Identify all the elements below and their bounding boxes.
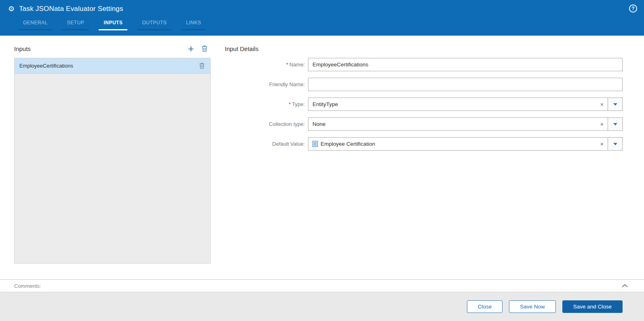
name-label-wrap: *Name: <box>225 62 308 68</box>
default-value-dropdown-button[interactable] <box>608 138 622 150</box>
required-marker: * <box>286 62 288 68</box>
type-combo-value[interactable]: EntityType <box>308 101 596 107</box>
input-details-title: Input Details <box>225 42 623 55</box>
default-value-text: Employee Certification <box>321 141 375 147</box>
collection-type-label-wrap: Collection type: <box>225 121 308 127</box>
collection-type-label: Collection type: <box>269 121 305 127</box>
chevron-down-icon <box>613 103 617 106</box>
default-value-combo-value[interactable]: Employee Certification <box>308 141 596 147</box>
collapse-comments-button[interactable] <box>622 284 628 287</box>
inputs-list[interactable]: EmployeeCertifications <box>14 58 211 264</box>
tab-outputs[interactable]: OUTPUTS <box>137 18 171 30</box>
chevron-down-icon <box>613 143 617 145</box>
form-row-friendly-name: Friendly Name: <box>225 78 623 91</box>
required-marker: * <box>289 101 291 107</box>
entity-icon <box>312 141 318 147</box>
help-icon[interactable]: ? <box>629 4 637 13</box>
tab-links[interactable]: LINKS <box>181 18 206 30</box>
collection-type-dropdown-button[interactable] <box>608 118 622 130</box>
comments-label: Comments: <box>14 283 41 289</box>
default-value-combo[interactable]: Employee Certification × <box>308 137 623 151</box>
comments-bar: Comments: <box>0 279 644 292</box>
gear-icon: ⚙ <box>8 5 15 13</box>
collection-type-combo-value[interactable]: None <box>308 121 596 127</box>
list-item[interactable]: EmployeeCertifications <box>15 58 210 74</box>
name-label: Name: <box>289 62 305 68</box>
chevron-down-icon <box>613 123 617 125</box>
form-row-type: *Type: EntityType × <box>225 98 623 111</box>
clear-icon[interactable]: × <box>596 140 608 147</box>
tab-bar: GENERAL SETUP INPUTS OUTPUTS LINKS <box>0 18 644 30</box>
friendly-name-input[interactable] <box>308 78 623 91</box>
delete-row-button[interactable] <box>199 63 205 69</box>
clear-icon[interactable]: × <box>596 121 608 128</box>
save-now-button[interactable]: Save Now <box>509 300 556 313</box>
type-dropdown-button[interactable] <box>608 98 622 111</box>
inputs-panel-title: Inputs <box>14 45 31 52</box>
tab-general[interactable]: GENERAL <box>18 18 53 30</box>
input-details-panel: Input Details *Name: Friendly Name: *Typ… <box>225 42 623 157</box>
default-value-label-wrap: Default Value: <box>225 141 308 147</box>
tab-setup[interactable]: SETUP <box>62 18 89 30</box>
tab-inputs[interactable]: INPUTS <box>99 18 127 30</box>
type-label-wrap: *Type: <box>225 101 308 107</box>
page-title: Task JSONata Evaluator Settings <box>19 5 123 13</box>
form-row-default-value: Default Value: Employee Certification × <box>225 137 623 151</box>
form-row-collection-type: Collection type: None × <box>225 117 623 131</box>
list-item-label: EmployeeCertifications <box>19 63 73 69</box>
footer: Close Save Now Save and Close <box>0 292 644 321</box>
collection-type-combo[interactable]: None × <box>308 117 623 131</box>
add-input-button[interactable]: + <box>188 44 194 53</box>
name-input[interactable] <box>308 58 623 71</box>
form-row-name: *Name: <box>225 58 623 71</box>
trash-icon <box>199 63 205 69</box>
inputs-panel-header: Inputs + <box>14 42 211 55</box>
type-label: Type: <box>292 101 305 107</box>
chevron-up-icon <box>622 284 628 287</box>
close-button[interactable]: Close <box>467 300 503 313</box>
save-and-close-button[interactable]: Save and Close <box>562 300 623 313</box>
clear-icon[interactable]: × <box>596 101 608 108</box>
header: ⚙ Task JSONata Evaluator Settings ? GENE… <box>0 0 644 36</box>
delete-input-button[interactable] <box>202 45 207 52</box>
default-value-label: Default Value: <box>272 141 305 147</box>
trash-icon <box>202 45 207 52</box>
friendly-name-label-wrap: Friendly Name: <box>225 81 308 87</box>
title-bar: ⚙ Task JSONata Evaluator Settings <box>0 0 644 18</box>
type-combo[interactable]: EntityType × <box>308 98 623 111</box>
friendly-name-label: Friendly Name: <box>269 81 305 87</box>
inputs-panel: Inputs + EmployeeCertifications <box>14 42 211 264</box>
